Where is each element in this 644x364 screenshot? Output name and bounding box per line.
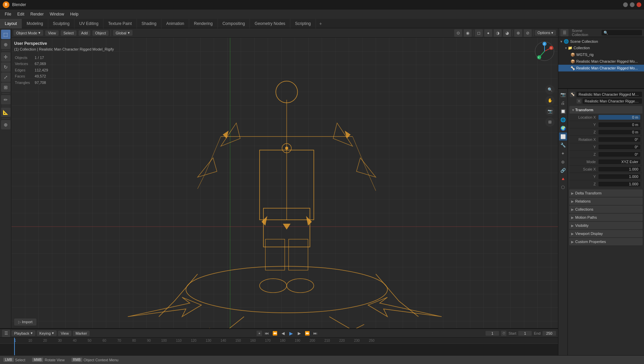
start-frame-field[interactable]: 1 — [518, 331, 532, 336]
motion-paths-header[interactable]: ▶ Motion Paths — [569, 214, 643, 221]
solid-shading[interactable]: ● — [484, 29, 492, 37]
menu-edit[interactable]: Edit — [14, 11, 27, 18]
relations-header[interactable]: ▶ Relations — [569, 198, 643, 205]
wireframe-shading[interactable]: ◻ — [475, 29, 483, 37]
prev-keyframe-button[interactable]: ⏪ — [271, 330, 278, 337]
jump-to-end-button[interactable]: ⏭ — [312, 330, 319, 337]
props-object-icon[interactable]: ⬜ — [559, 132, 567, 141]
keyframe-track-area[interactable] — [0, 344, 558, 355]
marker-menu[interactable]: Marker — [73, 331, 90, 336]
prev-frame-button[interactable]: ◀ — [280, 330, 286, 337]
maximize-button[interactable] — [630, 2, 635, 7]
scale-y-value[interactable]: 1.000 — [598, 174, 640, 179]
minimize-button[interactable] — [623, 2, 628, 7]
annotate-tool-button[interactable]: ✏ — [1, 95, 10, 104]
custom-properties-header[interactable]: ▶ Custom Properties — [569, 238, 643, 245]
tab-scripting[interactable]: Scripting — [290, 19, 316, 28]
outliner-realistic-man-2[interactable]: 🦴 Realistic Man Character Rigged Mo... — [558, 65, 644, 71]
tab-shading[interactable]: Shading — [137, 19, 162, 28]
global-dropdown[interactable]: Global ▾ — [113, 30, 133, 36]
object-menu[interactable]: Object — [92, 30, 109, 36]
scale-z-value[interactable]: 1.000 — [598, 182, 640, 186]
collections-header[interactable]: ▶ Collections — [569, 206, 643, 213]
object-name-field[interactable]: Realistic Man Character Rigged Model_R..… — [577, 92, 642, 97]
tab-modeling[interactable]: Modeling — [22, 19, 48, 28]
transform-tool-button[interactable]: ⊞ — [1, 83, 10, 92]
cursor-tool-button[interactable]: ⊕ — [1, 40, 10, 49]
props-modifier-icon[interactable]: 🔧 — [559, 141, 567, 149]
add-primitive-button[interactable]: ⊕ — [1, 120, 10, 129]
select-tool-button[interactable]: ⬚ — [1, 30, 10, 39]
tab-texture-paint[interactable]: Texture Paint — [104, 19, 137, 28]
snap-button[interactable]: ⊙ — [454, 29, 462, 37]
props-constraints-icon[interactable]: 🔗 — [559, 166, 567, 174]
transform-title[interactable]: ▾ Transform — [569, 106, 642, 114]
frame-all-button[interactable]: ⊞ — [545, 117, 555, 127]
rotation-y-value[interactable]: 0° — [598, 145, 640, 149]
props-viewlayer-icon[interactable]: 🔲 — [559, 107, 567, 115]
menu-file[interactable]: File — [2, 11, 14, 18]
object-data-name-field[interactable]: Realistic Man Character Rigged Mode... — [583, 98, 642, 104]
viewport-display-header[interactable]: ▶ Viewport Display — [569, 230, 643, 237]
scale-tool-button[interactable]: ⤢ — [1, 72, 10, 82]
view-menu[interactable]: View — [45, 30, 59, 36]
outliner-wgts-rig[interactable]: 📦 WGTS_rig — [558, 51, 644, 58]
xray-toggle[interactable]: ⊘ — [524, 29, 532, 37]
play-button[interactable]: ▶ — [288, 330, 294, 337]
keying-menu[interactable]: Keying▾ — [37, 330, 57, 336]
outliner-collection[interactable]: ▾ 📁 Collection — [558, 44, 644, 51]
import-button[interactable]: ▷ Import — [14, 318, 36, 326]
props-world-icon[interactable]: 🌍 — [559, 124, 567, 132]
props-scene-icon[interactable]: 🌐 — [559, 116, 567, 124]
playback-menu[interactable]: Playback▾ — [11, 330, 35, 336]
material-shading[interactable]: ◑ — [494, 29, 502, 37]
menu-render[interactable]: Render — [28, 11, 46, 18]
add-menu[interactable]: Add — [79, 30, 91, 36]
tab-geometry-nodes[interactable]: Geometry Nodes — [250, 19, 290, 28]
rotate-tool-button[interactable]: ↻ — [1, 62, 10, 72]
outliner-realistic-man-1[interactable]: 📦 Realistic Man Character Rigged Mo... — [558, 58, 644, 65]
camera-button[interactable]: 📷 — [545, 107, 555, 116]
location-x-value[interactable]: 0 m — [598, 115, 640, 120]
options-button[interactable]: Options ▾ — [535, 30, 556, 36]
props-output-icon[interactable]: 🖨 — [559, 99, 567, 107]
rotation-x-value[interactable]: 0° — [598, 137, 640, 142]
jump-to-start-button[interactable]: ⏮ — [263, 330, 270, 337]
next-keyframe-button[interactable]: ⏩ — [304, 330, 311, 337]
proportional-edit-button[interactable]: ◉ — [464, 29, 472, 37]
navigation-gizmo[interactable]: X Y Z — [534, 41, 555, 61]
scale-x-value[interactable]: 1.000 — [598, 167, 640, 172]
tab-animation[interactable]: Animation — [162, 19, 189, 28]
props-physics-icon[interactable]: ⊕ — [559, 158, 567, 166]
timeline-menu-button[interactable]: ☰ — [2, 330, 10, 337]
add-workspace-button[interactable]: + — [316, 20, 325, 28]
menu-help[interactable]: Help — [67, 11, 81, 18]
move-tool-button[interactable]: ✛ — [1, 52, 10, 62]
tab-sculpting[interactable]: Sculpting — [48, 19, 75, 28]
menu-window[interactable]: Window — [47, 11, 67, 18]
rotation-mode-value[interactable]: XYZ Euler — [598, 159, 640, 164]
outliner-view-mode[interactable]: ☰ — [560, 29, 568, 36]
select-menu[interactable]: Select — [61, 30, 77, 36]
render-shading[interactable]: ◕ — [503, 29, 511, 37]
rotation-z-value[interactable]: 0° — [598, 152, 640, 157]
3d-viewport[interactable]: User Perspective (1) Collection | Realis… — [11, 38, 558, 328]
props-render-icon[interactable]: 📷 — [559, 90, 567, 98]
props-material-icon[interactable]: ⬡ — [559, 183, 567, 191]
view-timeline-menu[interactable]: View — [58, 331, 71, 336]
delta-transform-header[interactable]: ▶ Delta Transform — [569, 189, 643, 197]
timeline-ruler[interactable]: 1 10 20 30 40 50 60 70 80 90 100 110 120… — [0, 338, 558, 355]
end-frame-field[interactable]: 250 — [543, 331, 556, 336]
mode-dropdown[interactable]: Object Mode ▾ — [13, 30, 43, 36]
location-y-value[interactable]: 0 m — [598, 122, 640, 127]
props-particles-icon[interactable]: ✦ — [559, 149, 567, 157]
outliner-search-input[interactable] — [602, 30, 642, 35]
zoom-in-button[interactable]: 🔍 — [545, 85, 555, 94]
overlay-toggle[interactable]: ⊕ — [514, 29, 522, 37]
pan-button[interactable]: ✋ — [545, 96, 555, 105]
tab-compositing[interactable]: Compositing — [218, 19, 250, 28]
tab-rendering[interactable]: Rendering — [189, 19, 217, 28]
location-z-value[interactable]: 0 m — [598, 130, 640, 134]
tab-uv-editing[interactable]: UV Editing — [75, 19, 104, 28]
next-frame-button[interactable]: ▶ — [296, 330, 302, 337]
